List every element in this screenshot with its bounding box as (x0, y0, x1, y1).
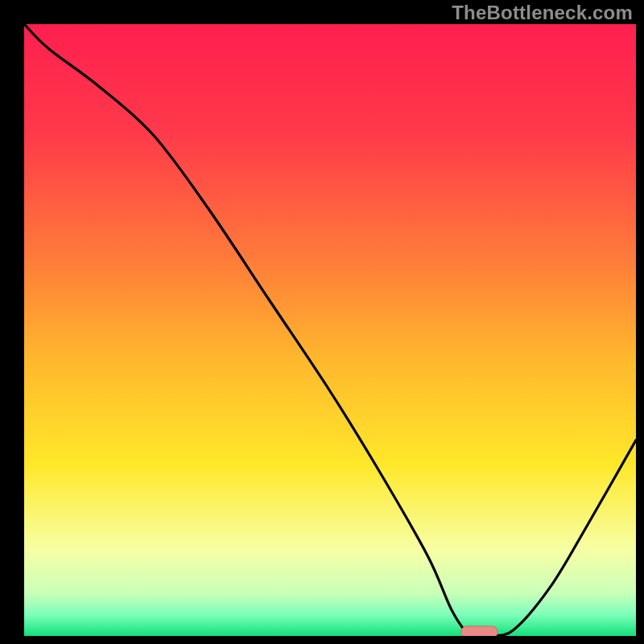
plot-area (24, 24, 636, 636)
bottleneck-chart (0, 0, 644, 644)
chart-frame: { "watermark": "TheBottleneck.com", "col… (0, 0, 644, 644)
watermark-text: TheBottleneck.com (452, 2, 633, 24)
optimal-marker (461, 626, 498, 638)
